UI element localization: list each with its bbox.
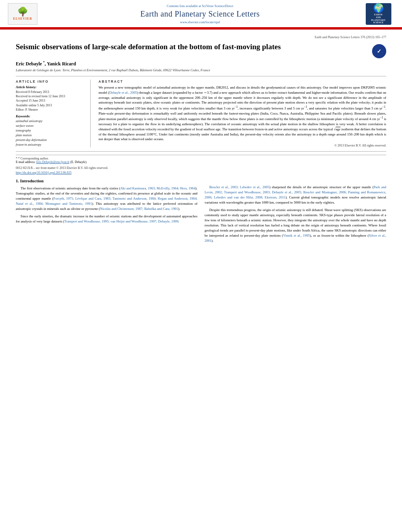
author-sup: *	[43, 61, 45, 64]
journal-title-header: Earth and Planetary Science Letters	[43, 9, 357, 19]
section-bottom-border	[16, 151, 386, 152]
footnote-email-line: E-mail address: Eric.Debayle@ens-lyon.fr…	[16, 160, 386, 164]
received-info: Received 8 February 2013	[16, 90, 86, 94]
earth-globe-icon: 🌍	[373, 4, 384, 13]
intro-para-4: Despite this tremendous progress, the or…	[205, 208, 386, 243]
journal-url-text[interactable]: www.elsevier.com/locate/epsl	[180, 20, 220, 24]
article-authors: Eric Debayle *, Yanick Ricard	[16, 61, 386, 67]
kw-4: plate motion	[16, 133, 32, 137]
elsevier-logo: 🌳 ELSEVIER	[8, 3, 37, 25]
article-meta-section: ARTICLE INFO Article history: Received 8…	[16, 76, 386, 147]
header-right-logo: 🌍 EARTHANDPLANETARYSCIENCE	[363, 3, 394, 25]
ref-nicolas1987[interactable]: Nicolas and Christensen, 1987; Babuška a…	[100, 207, 178, 211]
journal-url: www.elsevier.com/locate/epsl	[43, 20, 357, 24]
ref-forsyth1975[interactable]: Forsyth, 1975; Lévêque and Cara, 1983; T…	[16, 196, 197, 206]
ref-beucler2003[interactable]: Beucler et al., 2003; Lebedev et al., 20…	[209, 185, 269, 189]
footnote-star-line: * * Corresponding author.	[16, 157, 386, 160]
intro-para-3: Beucler et al., 2003; Lebedev et al., 20…	[205, 185, 386, 205]
section-1-title: 1. Introduction	[16, 178, 197, 184]
volume-info: Earth and Planetary Science Letters 376 …	[16, 35, 386, 39]
article-info-label: ARTICLE INFO	[16, 80, 86, 83]
abstract-text: We present a new tomographic model of az…	[99, 85, 386, 142]
intro-para-1: The first observations of seismic anisot…	[16, 186, 197, 211]
received-revised-info: Received in revised form 12 June 2013	[16, 94, 86, 98]
abstract-col: ABSTRACT We present a new tomographic mo…	[99, 80, 386, 147]
history-label: Article history:	[16, 85, 86, 89]
ref-aki1963[interactable]: Aki and Kanimura, 1963; McEvilly, 1964; …	[120, 186, 195, 190]
earth-title-small: EARTHANDPLANETARYSCIENCE	[371, 13, 385, 24]
ref-trampert1995[interactable]: Trampert and Woodhouse, 1995; van Heijst…	[64, 219, 179, 223]
footnote-email-link[interactable]: Eric.Debayle@ens-lyon.fr	[36, 160, 69, 164]
crossmark-badge: ✓	[372, 44, 386, 58]
issn-text: 0012-821X/$ – see front matter © 2013 El…	[16, 166, 108, 170]
article-affiliation: Laboratoire de Géologie de Lyon: Terre, …	[16, 68, 386, 72]
kw-2: surface waves	[16, 124, 34, 128]
email-label: E-mail address:	[16, 160, 35, 164]
earth-logo-box: 🌍 EARTHANDPLANETARYSCIENCE	[366, 3, 391, 25]
col-right-spacer	[205, 177, 386, 185]
journal-info-small: Contents lists available at SciVerse Sci…	[43, 4, 357, 8]
keywords-list: azimuthal anisotropy surface waves tomog…	[16, 119, 86, 147]
accepted-info: Accepted 15 June 2013	[16, 98, 86, 103]
main-content: 1. Introduction The first observations o…	[16, 177, 386, 246]
doi-link[interactable]: http://dx.doi.org/10.1016/j.epsl.2013.06…	[16, 171, 71, 174]
elsevier-logo-box: 🌳 ELSEVIER	[8, 3, 37, 25]
journal-header: 🌳 ELSEVIER Contents lists available at S…	[0, 0, 402, 28]
elsevier-text: ELSEVIER	[13, 17, 32, 20]
intro-para-2: Since the early nineties, the dramatic i…	[16, 214, 197, 224]
ref-debayle2005[interactable]: Debayle et al., 2005	[109, 91, 137, 95]
article-info-col: ARTICLE INFO Article history: Received 8…	[16, 80, 91, 147]
footnote-email-name: (E. Debayle).	[70, 160, 87, 164]
kw-5: present-day deformation	[16, 138, 47, 142]
content-col-right: Beucler et al., 2003; Lebedev et al., 20…	[205, 177, 386, 246]
kw-6: frozen-in anisotropy	[16, 143, 41, 146]
footnote-corresponding: * Corresponding author.	[18, 157, 49, 160]
crossmark-icon: ✓	[377, 48, 382, 55]
content-col-left: 1. Introduction The first observations o…	[16, 177, 197, 246]
article-title-section: Seismic observations of large-scale defo…	[16, 42, 386, 58]
available-info: Available online 5 July 2013	[16, 103, 86, 108]
abstract-label: ABSTRACT	[99, 80, 386, 83]
footer-issn: 0012-821X/$ – see front matter © 2013 El…	[16, 166, 386, 170]
elsevier-tree-icon: 🌳	[17, 7, 28, 16]
header-center: Contents lists available at SciVerse Sci…	[37, 4, 363, 24]
footer-doi: http://dx.doi.org/10.1016/j.epsl.2013.06…	[16, 170, 386, 174]
keywords-label: Keywords:	[16, 114, 86, 118]
kw-1: azimuthal anisotropy	[16, 119, 42, 123]
editor-info: Editor: P. Shearer	[16, 108, 86, 112]
article-title: Seismic observations of large-scale defo…	[16, 42, 372, 52]
copyright-line: © 2013 Elsevier B.V. All rights reserved…	[99, 144, 386, 147]
ref-vinnik1995[interactable]: Vinnik et al., 1995	[283, 234, 310, 237]
footnote-area: * * Corresponding author. E-mail address…	[16, 155, 386, 164]
kw-3: tomography	[16, 129, 31, 132]
article-body: Earth and Planetary Science Letters 376 …	[0, 30, 402, 250]
page-wrapper: 🌳 ELSEVIER Contents lists available at S…	[0, 0, 402, 250]
author-names: Eric Debayle *, Yanick Ricard	[16, 61, 76, 67]
